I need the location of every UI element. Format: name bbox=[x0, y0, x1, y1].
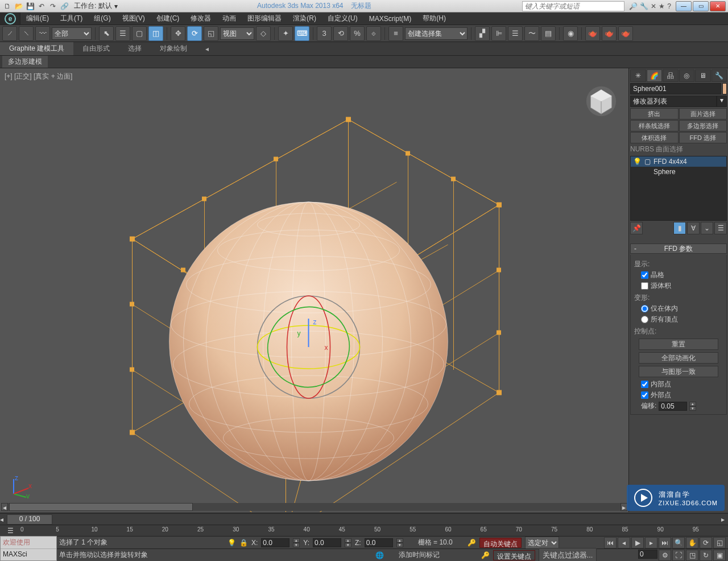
ref-coord-system[interactable]: 视图 bbox=[220, 27, 254, 40]
tab-modify-icon[interactable]: 🌈 bbox=[647, 69, 663, 82]
checkbox-lattice[interactable]: 晶格 bbox=[641, 270, 723, 280]
nav-max-icon[interactable]: ◱ bbox=[713, 537, 726, 548]
set-key-icon[interactable]: 🔑 bbox=[481, 551, 490, 559]
render-setup-icon[interactable]: 🫖 bbox=[585, 26, 600, 41]
menu-create[interactable]: 创建(C) bbox=[151, 13, 185, 24]
tab-create-icon[interactable]: ✳ bbox=[630, 69, 646, 82]
menu-rendering[interactable]: 渲染(R) bbox=[287, 13, 322, 24]
help-icon[interactable]: ? bbox=[667, 2, 671, 10]
ribbon-collapse-icon[interactable]: ◂ bbox=[196, 42, 218, 55]
snap-3d-icon[interactable]: 3 bbox=[317, 26, 332, 41]
timeline-ruler[interactable]: ☰ 05101520253035404550556065707580859095… bbox=[0, 525, 728, 536]
minimize-button[interactable]: — bbox=[676, 1, 692, 11]
key-icon[interactable]: 🔧 bbox=[640, 2, 648, 10]
tab-hierarchy-icon[interactable]: 品 bbox=[663, 69, 679, 82]
communication-icon[interactable]: 🌐 bbox=[375, 551, 384, 559]
select-manipulate-icon[interactable]: ✦ bbox=[278, 26, 293, 41]
remove-modifier-icon[interactable]: ⌄ bbox=[701, 222, 713, 234]
scale-icon[interactable]: ◱ bbox=[204, 26, 218, 41]
tab-utilities-icon[interactable]: 🔧 bbox=[712, 69, 727, 82]
unlink-icon[interactable]: ⟍ bbox=[19, 26, 34, 41]
ribbon-tab-paint[interactable]: 对象绘制 bbox=[151, 42, 196, 55]
lock-icon[interactable]: 💡 bbox=[228, 539, 236, 547]
radio-inside-only[interactable]: 仅在体内 bbox=[641, 304, 723, 314]
make-unique-icon[interactable]: ∀ bbox=[687, 222, 700, 234]
named-selection-set[interactable]: 创建选择集 bbox=[405, 27, 468, 40]
nav-zoom-icon[interactable]: 🔍 bbox=[672, 537, 685, 548]
nav-pan-icon[interactable]: ✋ bbox=[686, 537, 698, 548]
ribbon-tab-graphite[interactable]: Graphite 建模工具 bbox=[0, 42, 73, 55]
reset-button[interactable]: 重置 bbox=[639, 339, 718, 350]
menu-help[interactable]: 帮助(H) bbox=[417, 13, 452, 24]
rendered-frame-icon[interactable]: 🫖 bbox=[602, 26, 617, 41]
ribbon-subtab-poly[interactable]: 多边形建模 bbox=[2, 56, 48, 68]
offset-value[interactable] bbox=[659, 402, 687, 411]
binoculars-icon[interactable]: 🔎 bbox=[629, 2, 638, 10]
spinner-down-icon[interactable]: ▾ bbox=[689, 406, 696, 411]
material-editor-icon[interactable]: ◉ bbox=[563, 26, 578, 41]
maximize-button[interactable]: ▭ bbox=[693, 1, 709, 11]
layers-icon[interactable]: ☰ bbox=[508, 26, 523, 41]
checkbox-outer-points[interactable]: 外部点 bbox=[641, 390, 723, 400]
animate-all-button[interactable]: 全部动画化 bbox=[639, 352, 718, 364]
coord-y[interactable] bbox=[313, 538, 341, 547]
select-object-icon[interactable]: ⬉ bbox=[99, 26, 114, 41]
spinner-up-icon[interactable]: ▴ bbox=[689, 402, 696, 406]
workspace-dropdown[interactable]: 工作台: 默认 ▾ bbox=[74, 1, 118, 11]
window-crossing-icon[interactable]: ◫ bbox=[148, 26, 163, 41]
rollout-ffd-header[interactable]: - FFD 参数 bbox=[630, 244, 727, 254]
new-icon[interactable]: 🗋 bbox=[2, 1, 13, 11]
modifier-list-dropdown[interactable]: 修改器列表 bbox=[630, 96, 717, 107]
search-input[interactable] bbox=[522, 1, 624, 11]
next-frame-icon[interactable]: ▸ bbox=[645, 537, 657, 548]
tab-display-icon[interactable]: 🖥 bbox=[695, 69, 711, 82]
redo-icon[interactable]: ↷ bbox=[48, 1, 58, 11]
expand-icon[interactable]: ▢ bbox=[643, 158, 651, 166]
stack-item-ffd[interactable]: 💡▢FFD 4x4x4 bbox=[631, 156, 726, 167]
rotate-icon[interactable]: ⟳ bbox=[187, 26, 202, 41]
checkbox-inner-points[interactable]: 内部点 bbox=[641, 380, 723, 389]
exchange-icon[interactable]: ✕ bbox=[651, 2, 656, 10]
pin-stack-icon[interactable]: 📌 bbox=[630, 222, 643, 234]
lock-selection-icon[interactable]: 🔒 bbox=[239, 539, 248, 547]
time-slider[interactable]: 0 / 100 bbox=[7, 514, 52, 525]
lightbulb-icon[interactable]: 💡 bbox=[633, 158, 641, 166]
stack-item-sphere[interactable]: Sphere bbox=[631, 167, 726, 177]
chevron-down-icon[interactable]: ▾ bbox=[717, 96, 727, 107]
offset-spinner[interactable]: 偏移: ▴▾ bbox=[641, 401, 723, 411]
configure-sets-icon[interactable]: ☰ bbox=[714, 222, 727, 234]
timeline-config-icon[interactable]: ☰ bbox=[0, 525, 20, 536]
ribbon-tab-freeform[interactable]: 自由形式 bbox=[73, 42, 119, 55]
mod-spline-select-button[interactable]: 样条线选择 bbox=[630, 120, 679, 131]
mod-extrude-button[interactable]: 挤出 bbox=[630, 108, 679, 119]
coord-x[interactable] bbox=[261, 538, 289, 547]
select-link-icon[interactable]: ⟋ bbox=[2, 26, 17, 41]
render-production-icon[interactable]: 🫖 bbox=[618, 26, 633, 41]
nav-fov-icon[interactable]: ◳ bbox=[686, 550, 698, 561]
checkbox-source-volume[interactable]: 源体积 bbox=[641, 281, 723, 291]
object-color-swatch[interactable] bbox=[722, 83, 727, 94]
viewport-label[interactable]: [+] [正交] [真实 + 边面] bbox=[5, 72, 72, 81]
key-icon[interactable]: 🔑 bbox=[468, 539, 476, 547]
menu-edit[interactable]: 编辑(E) bbox=[20, 13, 55, 24]
menu-animation[interactable]: 动画 bbox=[217, 13, 242, 24]
prev-frame-icon[interactable]: ◂ bbox=[618, 537, 630, 548]
menu-maxscript[interactable]: MAXScript(M) bbox=[363, 13, 417, 24]
maxscript-mini-listener[interactable]: 欢迎使用 MAXSci bbox=[0, 536, 57, 561]
select-name-icon[interactable]: ☰ bbox=[115, 26, 130, 41]
object-name-field[interactable] bbox=[630, 83, 721, 94]
add-time-tag[interactable]: 添加时间标记 bbox=[399, 550, 440, 560]
bind-space-warp-icon[interactable]: 〰 bbox=[35, 26, 50, 41]
curve-editor-icon[interactable]: 〜 bbox=[524, 26, 539, 41]
app-logo-icon[interactable]: e bbox=[0, 13, 20, 24]
auto-key-button[interactable]: 自动关键点 bbox=[479, 538, 522, 548]
link-icon[interactable]: 🔗 bbox=[59, 1, 69, 11]
radio-all-vertices[interactable]: 所有顶点 bbox=[641, 315, 723, 324]
goto-start-icon[interactable]: ⏮ bbox=[604, 537, 617, 548]
nav-zoom-extents-icon[interactable]: ⛶ bbox=[672, 550, 685, 561]
angle-snap-icon[interactable]: ⟲ bbox=[333, 26, 348, 41]
percent-snap-icon[interactable]: % bbox=[350, 26, 365, 41]
save-icon[interactable]: 💾 bbox=[25, 1, 35, 11]
mod-vol-select-button[interactable]: 体积选择 bbox=[630, 132, 679, 143]
close-button[interactable]: ✕ bbox=[710, 1, 726, 11]
